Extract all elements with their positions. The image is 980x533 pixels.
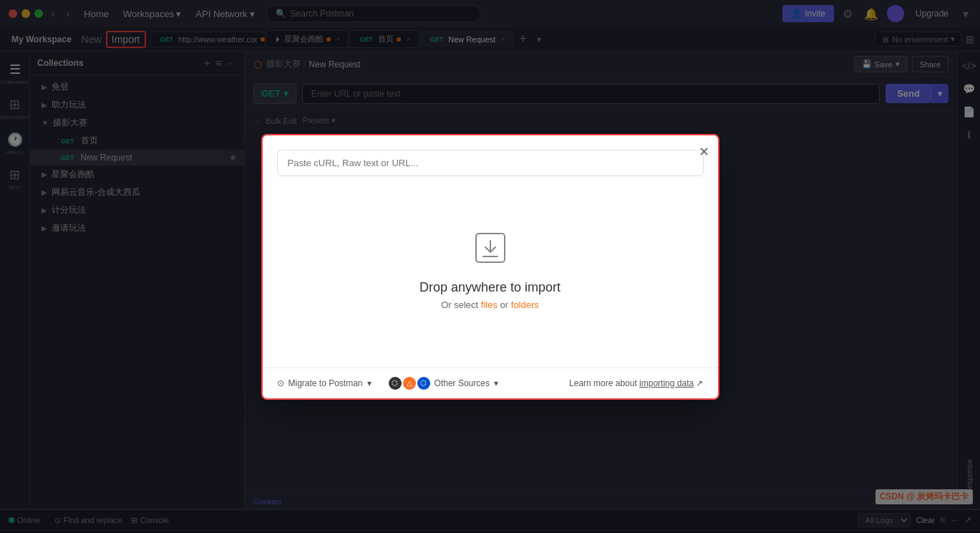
modal-overlay: ✕ Drop anywhere to import Or select file… — [0, 0, 980, 533]
drop-title: Drop anywhere to import — [419, 280, 561, 295]
modal-body: Drop anywhere to import Or select files … — [263, 135, 718, 368]
files-link[interactable]: files — [481, 299, 498, 310]
importing-data-link[interactable]: importing data — [639, 378, 694, 388]
download-icon — [473, 231, 508, 272]
import-modal: ✕ Drop anywhere to import Or select file… — [261, 134, 719, 400]
modal-footer: ⊙ Migrate to Postman ▾ ⬡ △ ⬡ Other Sourc… — [263, 368, 718, 398]
migrate-button[interactable]: ⊙ Migrate to Postman ▾ — [277, 378, 372, 388]
modal-close-button[interactable]: ✕ — [699, 144, 709, 160]
other-sources-button[interactable]: ⬡ △ ⬡ Other Sources ▾ — [389, 377, 498, 390]
source-icons: ⬡ △ ⬡ — [389, 377, 430, 390]
drop-zone[interactable]: Drop anywhere to import Or select files … — [277, 188, 704, 353]
migrate-icon: ⊙ — [277, 378, 284, 388]
folders-link[interactable]: folders — [511, 299, 539, 310]
paste-input[interactable] — [277, 150, 704, 176]
gitlab-icon: △ — [403, 377, 416, 390]
learn-more: Learn more about importing data ↗ — [569, 378, 703, 388]
drop-subtitle: Or select files or folders — [441, 299, 539, 310]
other-sources-chevron-icon: ▾ — [494, 378, 498, 388]
migrate-chevron-icon: ▾ — [367, 378, 372, 388]
bitbucket-icon: ⬡ — [417, 377, 430, 390]
github-icon: ⬡ — [389, 377, 402, 390]
